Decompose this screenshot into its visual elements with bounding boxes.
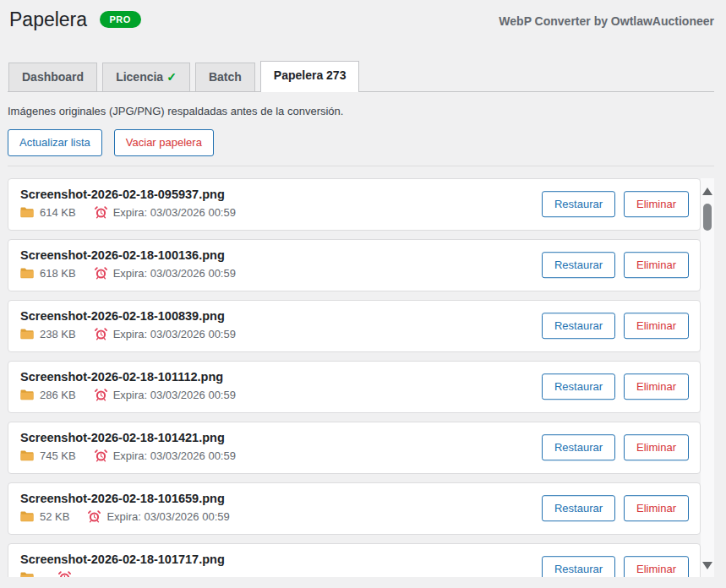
file-size: 618 KB — [40, 267, 76, 280]
file-row: Screenshot-2026-02-18-095937.png 614 KB … — [8, 178, 701, 231]
check-icon: ✓ — [166, 70, 177, 84]
pro-badge: PRO — [100, 11, 141, 28]
delete-button[interactable]: Eliminar — [624, 495, 689, 522]
folder-icon — [20, 510, 34, 522]
restore-button[interactable]: Restaurar — [542, 191, 615, 218]
file-expiry: Expira: 03/03/2026 00:59 — [113, 206, 236, 219]
folder-icon — [20, 328, 34, 340]
file-expiry: Expira: 03/03/2026 00:59 — [113, 389, 236, 401]
delete-button[interactable]: Eliminar — [624, 434, 689, 461]
restore-button[interactable]: Restaurar — [542, 556, 615, 577]
restore-button[interactable]: Restaurar — [542, 252, 615, 279]
tab-papelera[interactable]: Papelera 273 — [260, 61, 360, 92]
file-size: 745 KB — [40, 449, 76, 462]
file-expiry: Expira: 03/03/2026 00:59 — [106, 510, 229, 523]
restore-button[interactable]: Restaurar — [542, 495, 615, 522]
page-title: Papelera — [8, 7, 87, 32]
file-row: Screenshot-2026-02-18-101659.png 52 KB E… — [8, 482, 701, 535]
file-expiry: Expira: 03/03/2026 00:59 — [113, 267, 236, 280]
scrollbar-thumb[interactable] — [703, 204, 712, 231]
alarm-clock-icon — [88, 510, 101, 523]
restore-button[interactable]: Restaurar — [542, 434, 615, 461]
row-actions: Restaurar Eliminar — [542, 191, 689, 218]
folder-icon — [20, 206, 34, 218]
page: Papelera PRO WebP Converter by OwtlawAuc… — [0, 0, 726, 577]
row-actions: Restaurar Eliminar — [542, 373, 689, 400]
folder-icon — [20, 449, 34, 461]
row-actions: Restaurar Eliminar — [542, 434, 689, 461]
folder-icon — [20, 571, 34, 577]
tab-batch-label: Batch — [209, 70, 242, 84]
divider — [8, 166, 714, 166]
delete-button[interactable]: Eliminar — [624, 313, 689, 340]
file-list: Screenshot-2026-02-18-095937.png 614 KB … — [8, 178, 701, 577]
scrollbar[interactable] — [701, 178, 714, 577]
alarm-clock-icon — [95, 267, 107, 280]
refresh-list-button[interactable]: Actualizar lista — [8, 129, 102, 156]
row-actions: Restaurar Eliminar — [542, 252, 689, 279]
file-size: 286 KB — [40, 389, 76, 401]
tab-dashboard[interactable]: Dashboard — [8, 63, 97, 91]
alarm-clock-icon — [95, 449, 107, 462]
alarm-clock-icon — [95, 206, 107, 219]
folder-icon — [20, 267, 34, 279]
file-size: 614 KB — [40, 206, 76, 219]
tab-licencia[interactable]: Licencia✓ — [102, 63, 190, 91]
alarm-clock-icon — [58, 571, 71, 577]
file-expiry: Expira: 03/03/2026 00:59 — [113, 328, 236, 340]
header-bar: Papelera PRO WebP Converter by OwtlawAuc… — [8, 7, 714, 41]
tab-bar: Dashboard Licencia✓ Batch Papelera 273 — [8, 61, 714, 92]
scroll-down-button[interactable] — [701, 558, 714, 572]
description-text: Imágenes originales (JPG/PNG) respaldada… — [8, 105, 714, 117]
file-row: Screenshot-2026-02-18-100136.png 618 KB … — [8, 239, 701, 291]
actions-row: Actualizar lista Vaciar papelera — [8, 129, 714, 156]
row-actions: Restaurar Eliminar — [542, 556, 689, 577]
file-row: Screenshot-2026-02-18-101112.png 286 KB … — [8, 361, 701, 413]
tab-batch[interactable]: Batch — [195, 63, 255, 91]
file-size: 52 KB — [40, 510, 69, 523]
delete-button[interactable]: Eliminar — [624, 556, 689, 577]
restore-button[interactable]: Restaurar — [542, 373, 615, 400]
file-row: Screenshot-2026-02-18-100839.png 238 KB … — [8, 300, 701, 352]
alarm-clock-icon — [95, 328, 107, 340]
tab-papelera-label: Papelera 273 — [274, 68, 347, 82]
row-actions: Restaurar Eliminar — [542, 313, 689, 340]
tab-licencia-label: Licencia — [116, 70, 163, 84]
tab-dashboard-label: Dashboard — [22, 70, 84, 84]
file-expiry: Expira: 03/03/2026 00:59 — [113, 449, 236, 462]
scroll-down-arrow-icon — [702, 562, 712, 569]
empty-trash-button[interactable]: Vaciar papelera — [114, 129, 214, 156]
file-row: Screenshot-2026-02-18-101717.png — [8, 543, 701, 577]
delete-button[interactable]: Eliminar — [624, 191, 689, 218]
folder-icon — [20, 389, 34, 400]
scroll-up-button[interactable] — [701, 185, 714, 199]
delete-button[interactable]: Eliminar — [624, 252, 689, 279]
row-actions: Restaurar Eliminar — [542, 495, 689, 522]
delete-button[interactable]: Eliminar — [624, 373, 689, 400]
file-size: 238 KB — [40, 328, 76, 340]
list-area: Screenshot-2026-02-18-095937.png 614 KB … — [8, 178, 714, 577]
plugin-credit: WebP Converter by OwtlawAuctioneer — [499, 14, 714, 28]
restore-button[interactable]: Restaurar — [542, 313, 615, 340]
scroll-up-arrow-icon — [702, 188, 712, 195]
alarm-clock-icon — [95, 389, 107, 401]
file-row: Screenshot-2026-02-18-101421.png 745 KB … — [8, 422, 701, 474]
